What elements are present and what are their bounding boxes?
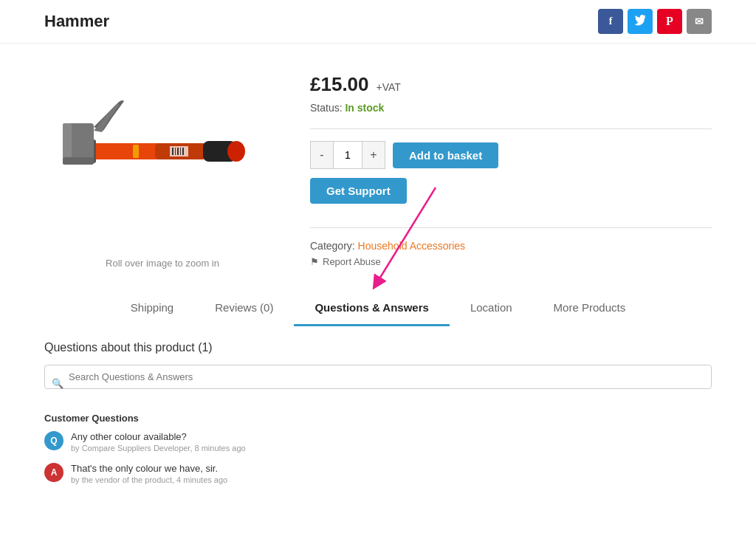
tab-more-products-label: More Products — [554, 301, 626, 314]
product-layout: Roll over image to zoom in £15.00 +VAT S… — [0, 44, 756, 291]
qa-content-2: That's the only colour we have, sir. by … — [71, 463, 712, 484]
pinterest-icon: P — [666, 15, 673, 28]
tabs-row: Shipping Reviews (0) Questions & Answers… — [44, 291, 712, 326]
tab-reviews-label: Reviews (0) — [215, 301, 273, 314]
email-button[interactable]: ✉ — [687, 9, 712, 34]
product-details: £15.00 +VAT Status: In stock - + Add to … — [310, 66, 712, 267]
qa-item-2: A That's the only colour we have, sir. b… — [44, 463, 712, 484]
qa-section: Questions about this product (1) 🔍 Custo… — [0, 326, 756, 509]
svg-rect-9 — [182, 148, 184, 155]
qty-decrease-button[interactable]: - — [311, 142, 333, 168]
qa-meta-1: by Compare Suppliers Developer, 8 minute… — [71, 444, 712, 453]
tab-qa-label: Questions & Answers — [315, 301, 428, 314]
social-icons: f P ✉ — [598, 9, 712, 34]
facebook-button[interactable]: f — [598, 9, 623, 34]
tab-reviews[interactable]: Reviews (0) — [194, 291, 294, 326]
svg-rect-15 — [133, 145, 139, 158]
tab-location[interactable]: Location — [450, 291, 533, 326]
status-row: Status: In stock — [310, 102, 712, 114]
search-icon: 🔍 — [52, 377, 63, 388]
add-to-basket-button[interactable]: Add to basket — [393, 142, 498, 168]
product-title: Hammer — [44, 12, 109, 31]
price-row: £15.00 +VAT — [310, 73, 712, 96]
qty-increase-button[interactable]: + — [362, 142, 385, 168]
qty-input[interactable] — [333, 142, 362, 168]
svg-rect-13 — [63, 157, 94, 165]
qa-avatar-1-initial: Q — [50, 436, 57, 446]
in-stock-value: In stock — [345, 102, 384, 114]
tab-location-label: Location — [470, 301, 512, 314]
qa-avatar-2-initial: A — [51, 467, 58, 478]
svg-rect-8 — [180, 148, 181, 155]
report-abuse-label: Report Abuse — [323, 256, 381, 267]
vat-label: +VAT — [377, 81, 401, 93]
twitter-button[interactable] — [628, 9, 653, 34]
svg-rect-6 — [175, 148, 176, 155]
qa-avatar-2: A — [44, 463, 63, 482]
report-abuse[interactable]: ⚑ Report Abuse — [310, 256, 712, 267]
twitter-icon — [634, 15, 646, 29]
zoom-hint: Roll over image to zoom in — [106, 258, 219, 269]
tab-shipping-label: Shipping — [131, 301, 173, 314]
annotation-container: Shipping Reviews (0) Questions & Answers… — [0, 291, 756, 326]
svg-point-14 — [230, 145, 242, 157]
facebook-icon: f — [609, 16, 613, 27]
qa-section-title: Questions about this product (1) — [44, 341, 712, 354]
qa-content-1: Any other colour available? by Compare S… — [71, 431, 712, 453]
get-support-button[interactable]: Get Support — [310, 178, 407, 204]
qty-controls: - + — [310, 141, 385, 169]
divider-1 — [310, 128, 712, 129]
tab-more-products[interactable]: More Products — [533, 291, 647, 326]
product-image-section: Roll over image to zoom in — [44, 66, 281, 269]
top-bar: Hammer f P ✉ — [0, 0, 756, 44]
flag-icon: ⚑ — [310, 256, 319, 267]
search-qa-input[interactable] — [44, 365, 712, 389]
category-link[interactable]: Household Accessories — [358, 240, 466, 252]
qa-item-1: Q Any other colour available? by Compare… — [44, 431, 712, 453]
category-row: Category: Household Accessories — [310, 240, 712, 252]
hammer-image — [59, 80, 266, 199]
qty-basket-row: - + Add to basket — [310, 141, 712, 169]
svg-rect-5 — [172, 148, 173, 155]
search-qa-wrapper: 🔍 — [44, 365, 712, 401]
customer-questions-label: Customer Questions — [44, 413, 712, 424]
product-price: £15.00 — [310, 73, 369, 96]
email-icon: ✉ — [695, 16, 704, 27]
divider-2 — [310, 227, 712, 228]
tab-questions-answers[interactable]: Questions & Answers — [294, 291, 449, 326]
category-label: Category: — [310, 240, 355, 252]
qa-question-1: Any other colour available? — [71, 431, 712, 442]
tabs-wrapper: Shipping Reviews (0) Questions & Answers… — [0, 291, 756, 326]
qa-meta-2: by the vendor of the product, 4 minutes … — [71, 475, 712, 484]
qa-question-2: That's the only colour we have, sir. — [71, 463, 712, 474]
pinterest-button[interactable]: P — [657, 9, 682, 34]
svg-rect-7 — [177, 148, 179, 155]
qa-avatar-1: Q — [44, 431, 63, 450]
product-image — [59, 66, 266, 213]
tab-shipping[interactable]: Shipping — [110, 291, 194, 326]
status-label: Status: — [310, 102, 343, 114]
